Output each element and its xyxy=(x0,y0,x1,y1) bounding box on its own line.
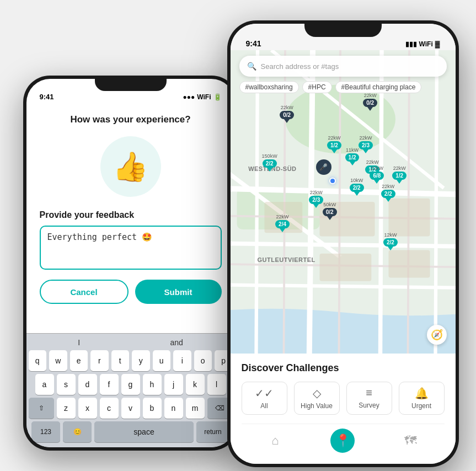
map-pin-15[interactable]: 12kW 2/2 xyxy=(383,232,398,250)
keyboard-row-3: ⇧ z x c v b n m ⌫ xyxy=(29,398,233,419)
all-label: All xyxy=(260,402,268,410)
pin-body-7: 6/8 xyxy=(370,172,384,180)
cancel-button[interactable]: Cancel xyxy=(40,280,129,304)
key-z[interactable]: z xyxy=(57,398,76,419)
pin-label-4: 22kW xyxy=(359,135,372,141)
thumbs-up-circle: 👍 xyxy=(100,136,161,197)
front-battery-icon: ▓ xyxy=(435,40,440,48)
key-i[interactable]: i xyxy=(173,350,191,371)
pin-label-6: 22kW xyxy=(366,159,379,165)
pin-body-11: 0/2 xyxy=(323,208,337,216)
chip-beautiful[interactable]: #Beautiful charging place xyxy=(335,81,422,93)
key-b[interactable]: b xyxy=(143,398,162,419)
pin-tail-4 xyxy=(363,149,368,153)
key-u[interactable]: u xyxy=(153,350,171,371)
map-pin-12[interactable]: 22kW 2/4 xyxy=(275,214,290,232)
audio-pin[interactable]: 🎤 xyxy=(316,159,331,175)
key-s[interactable]: s xyxy=(57,374,76,395)
front-notch xyxy=(304,20,382,37)
map-roads-svg xyxy=(231,50,456,354)
keyboard-row-bottom: 123 😊 space return xyxy=(29,421,233,442)
key-g[interactable]: g xyxy=(121,374,140,395)
key-c[interactable]: c xyxy=(100,398,119,419)
key-l[interactable]: l xyxy=(207,374,226,395)
keyboard-row-1: q w e r t y u i o p xyxy=(29,350,233,371)
back-status-icons: ●●● WiFi 🔋 xyxy=(183,93,222,101)
key-x[interactable]: x xyxy=(78,398,97,419)
pin-tail-1 xyxy=(284,119,290,123)
map-pin-14[interactable]: 10kW 2/2 xyxy=(350,178,364,196)
map-pin-2[interactable]: 22kW 0/2 xyxy=(363,93,377,111)
compass-icon: 🧭 xyxy=(431,329,443,341)
challenge-chips: ✓✓ All ◇ High Value ≡ Survey 🔔 Urgent xyxy=(242,382,445,415)
map-search-bar[interactable]: 🔍 Search address or #tags xyxy=(239,56,447,77)
suggestion-and[interactable]: and xyxy=(170,338,183,347)
map-hashtag-chips: #wallboxsharing #HPC #Beautiful charging… xyxy=(239,81,447,93)
key-m[interactable]: m xyxy=(186,398,205,419)
map-pin-3[interactable]: 22kW 1/2 xyxy=(327,135,341,153)
compass-button[interactable]: 🧭 xyxy=(427,325,447,345)
map-pin-1[interactable]: 22kW 0/2 xyxy=(280,105,294,123)
map-pin-7[interactable]: 22kW 6/8 xyxy=(370,165,384,184)
chip-wallbox[interactable]: #wallboxsharing xyxy=(239,81,299,93)
challenge-chip-all[interactable]: ✓✓ All xyxy=(242,382,287,415)
all-icon: ✓✓ xyxy=(255,387,274,400)
key-w[interactable]: w xyxy=(49,350,67,371)
key-v[interactable]: v xyxy=(121,398,140,419)
bars-icon: ▮▮▮ xyxy=(405,40,417,48)
map-pin-11[interactable]: 50kW 0/2 xyxy=(323,202,337,220)
challenge-chip-survey[interactable]: ≡ Survey xyxy=(346,382,392,415)
svg-rect-20 xyxy=(388,250,430,278)
pin-body-4: 2/3 xyxy=(359,141,373,149)
key-123[interactable]: 123 xyxy=(31,421,60,442)
map-pin-8[interactable]: 22kW 1/2 xyxy=(392,165,407,184)
key-r[interactable]: r xyxy=(90,350,109,371)
pin-tail-15 xyxy=(388,247,393,250)
signal-icon: ●●● xyxy=(183,93,195,101)
map-pin-5[interactable]: 11kW 1/2 xyxy=(345,147,360,165)
key-e[interactable]: e xyxy=(70,350,88,371)
pin-tail-3 xyxy=(331,149,337,153)
keyboard: I and q w e r t y u i o p xyxy=(26,333,235,447)
key-shift[interactable]: ⇧ xyxy=(29,398,54,419)
key-o[interactable]: o xyxy=(194,350,212,371)
nav-location[interactable]: 📍 xyxy=(330,429,355,453)
key-t[interactable]: t xyxy=(111,350,130,371)
nav-map[interactable]: 🗺 xyxy=(398,429,422,453)
feedback-input[interactable]: Everything perfect 🤩 xyxy=(40,226,222,270)
map-pin-4[interactable]: 22kW 2/3 xyxy=(359,135,373,153)
back-time: 9:41 xyxy=(40,93,54,101)
submit-button[interactable]: Submit xyxy=(135,280,222,304)
chip-hpc[interactable]: #HPC xyxy=(302,81,332,93)
key-j[interactable]: j xyxy=(164,374,183,395)
pin-label-9: 22kW xyxy=(382,184,394,189)
key-n[interactable]: n xyxy=(164,398,183,419)
key-d[interactable]: d xyxy=(78,374,97,395)
key-emoji[interactable]: 😊 xyxy=(63,421,92,442)
challenge-chip-highvalue[interactable]: ◇ High Value xyxy=(294,382,340,415)
key-f[interactable]: f xyxy=(100,374,119,395)
challenge-chip-urgent[interactable]: 🔔 Urgent xyxy=(399,382,445,415)
pin-body-8: 1/2 xyxy=(392,172,407,180)
front-status-icons: ▮▮▮ WiFi ▓ xyxy=(405,40,440,48)
pin-tail-5 xyxy=(350,162,355,165)
key-return[interactable]: return xyxy=(196,421,229,442)
key-k[interactable]: k xyxy=(186,374,205,395)
map-pin-13[interactable]: 150kW 2/2 xyxy=(262,153,277,172)
key-q[interactable]: q xyxy=(29,350,47,371)
map-container[interactable]: NORDEND-WEST WESTEND-SÜD GUTLEUTVIERTEL … xyxy=(231,50,456,354)
nav-home[interactable]: ⌂ xyxy=(263,429,287,453)
key-space[interactable]: space xyxy=(94,421,194,442)
key-h[interactable]: h xyxy=(143,374,162,395)
discover-title: Discover Challenges xyxy=(242,362,445,374)
urgent-icon: 🔔 xyxy=(415,387,429,400)
phone-back: 9:41 ●●● WiFi 🔋 How was your experience?… xyxy=(23,76,238,451)
key-y[interactable]: y xyxy=(132,350,150,371)
map-pin-10[interactable]: 22kW 2/3 xyxy=(309,190,323,208)
map-pin-9[interactable]: 22kW 2/2 xyxy=(381,184,395,202)
key-a[interactable]: a xyxy=(35,374,54,395)
pin-body-2: 0/2 xyxy=(363,99,377,107)
pin-tail-13 xyxy=(267,168,272,172)
urgent-label: Urgent xyxy=(411,402,431,410)
suggestion-I[interactable]: I xyxy=(78,338,80,347)
